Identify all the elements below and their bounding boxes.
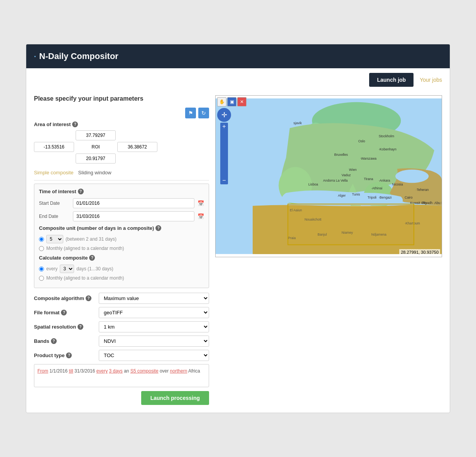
svg-text:Tripoli: Tripoli (368, 196, 376, 199)
param-label-4: Product type ? (34, 352, 96, 358)
svg-text:·Ankara: ·Ankara (379, 179, 390, 182)
composite-unit-monthly-row: Monthly (aligned to a calendar month) (39, 246, 204, 251)
your-jobs-link[interactable]: Your jobs (420, 77, 442, 83)
map-coordinates: 28.27991, 30.93750 (399, 249, 440, 255)
refresh-button[interactable]: ↻ (198, 108, 209, 118)
summary-every-link[interactable]: every (96, 368, 108, 374)
svg-text:·Kobenhayn: ·Kobenhayn (379, 147, 397, 151)
start-date-calendar-icon[interactable]: 📅 (197, 200, 204, 206)
start-date-row: Start Date 📅 (39, 198, 204, 208)
param-info-icon-4[interactable]: ? (66, 352, 72, 358)
param-row-1: File format ?geoTIFFNetCDF (34, 307, 209, 318)
param-info-icon-1[interactable]: ? (61, 310, 67, 315)
zoom-track (220, 130, 228, 177)
app-title: N-Daily Compositor (39, 51, 118, 61)
svg-text:Vaduz: Vaduz (342, 173, 351, 177)
svg-text:·Athinai: ·Athinai (371, 186, 382, 190)
map-container[interactable]: ✋ ▣ ✕ ✛ + − (215, 95, 442, 257)
zoom-out-button[interactable]: − (220, 177, 228, 184)
map-clear-tool[interactable]: ✕ (237, 97, 246, 106)
svg-text:Tirana: Tirana (364, 177, 373, 181)
composite-tabs: Simple composite Sliding window (34, 168, 209, 177)
svg-text:Stockholm: Stockholm (379, 134, 394, 138)
time-of-interest-title: Time of interest ? (39, 189, 204, 194)
param-select-3[interactable]: NDVIEVINDWI (99, 336, 209, 347)
map-svg: Stockholm Oslo ·Kobenhayn ·Warszawa Brux… (216, 96, 442, 257)
time-of-interest-section: Time of interest ? Start Date 📅 End Date… (34, 184, 209, 288)
param-select-0[interactable]: Maximum valueMinimum valueMean value (99, 293, 209, 304)
section-title: Please specify your input parameters (34, 95, 209, 102)
svg-text:sjavik: sjavik (294, 121, 302, 125)
mini-toolbar: ⚑ ↻ (34, 108, 209, 118)
south-coord-input[interactable] (76, 153, 116, 164)
svg-rect-36 (288, 204, 414, 245)
west-coord-input[interactable] (34, 142, 74, 152)
composite-unit-monthly-radio[interactable] (39, 246, 44, 251)
map-zoom-controls: ✛ + − (217, 108, 231, 184)
map-select-tool[interactable]: ▣ (227, 97, 236, 106)
param-select-2[interactable]: 1 km300 m100 m (99, 321, 209, 332)
param-label-3: Bands ? (34, 338, 96, 344)
tab-sliding-window[interactable]: Sliding window (78, 168, 111, 177)
param-info-icon-0[interactable]: ? (86, 295, 91, 301)
svg-text:Bruxelles: Bruxelles (334, 153, 348, 157)
end-date-calendar-icon[interactable]: 📅 (197, 213, 204, 219)
composite-unit-info-icon[interactable]: ? (155, 225, 161, 231)
calculate-composite-monthly-label: Monthly (aligned to a calendar month) (46, 275, 124, 281)
launch-processing-button[interactable]: Launch processing (141, 391, 209, 405)
east-coord-input[interactable] (117, 142, 157, 152)
param-row-0: Composite algorithm ?Maximum valueMinimu… (34, 293, 209, 304)
every-label: every (46, 266, 57, 272)
calculate-composite-monthly-row: Monthly (aligned to a calendar month) (39, 275, 204, 281)
param-info-icon-3[interactable]: ? (51, 338, 57, 344)
svg-text:Alger: Alger (338, 194, 346, 197)
summary-3days-link[interactable]: 3 days (109, 368, 122, 374)
summary-s5-link[interactable]: S5 composite (130, 368, 159, 374)
calculate-composite-days-radio[interactable] (39, 266, 44, 272)
param-select-4[interactable]: TOCTOA (99, 350, 209, 361)
calculate-composite-days-row: every 3 1 5 7 days (1...30 days) (39, 265, 204, 273)
compass-control[interactable]: ✛ (217, 108, 231, 122)
param-label-2: Spatial resolution ? (34, 324, 96, 330)
end-date-input[interactable] (73, 211, 194, 221)
zoom-in-button[interactable]: + (220, 123, 228, 130)
param-row-4: Product type ?TOCTOA (34, 350, 209, 361)
calculate-composite-info-icon[interactable]: ? (89, 255, 95, 261)
area-of-interest-label: Area of interest ? (34, 121, 209, 127)
left-panel: Please specify your input parameters ⚑ ↻… (34, 95, 215, 405)
area-info-icon[interactable]: ? (72, 121, 78, 127)
composite-unit-days-row: 5 2 10 (between 2 and 31 days) (39, 235, 204, 243)
param-info-icon-2[interactable]: ? (78, 324, 83, 330)
tab-simple-composite[interactable]: Simple composite (34, 168, 74, 177)
summary-northern-link[interactable]: northern (170, 368, 187, 374)
coord-grid: ROI (34, 130, 157, 164)
calculate-composite-monthly-radio[interactable] (39, 276, 44, 281)
svg-point-6 (395, 170, 429, 183)
main-content: Please specify your input parameters ⚑ ↻… (26, 91, 450, 413)
param-select-1[interactable]: geoTIFFNetCDF (99, 307, 209, 318)
header-dot: · (34, 52, 36, 61)
svg-text:Cairo: Cairo (405, 196, 413, 199)
param-label-1: File format ? (34, 310, 96, 315)
calculate-composite-days-select[interactable]: 3 1 5 7 (60, 265, 74, 273)
map-toolbar: ✋ ▣ ✕ (217, 97, 246, 106)
summary-till-link[interactable]: till (69, 368, 73, 374)
svg-text:Wien: Wien (349, 168, 357, 172)
launch-job-button[interactable]: Launch job (369, 73, 414, 87)
composite-unit-days-radio[interactable] (39, 237, 44, 242)
calculate-composite-days-desc: days (1...30 days) (76, 266, 113, 272)
north-coord-input[interactable] (76, 130, 116, 140)
summary-from-link[interactable]: From (37, 368, 48, 374)
bookmark-button[interactable]: ⚑ (185, 108, 196, 118)
right-panel: ✋ ▣ ✕ ✛ + − (215, 95, 442, 405)
param-row-3: Bands ?NDVIEVINDWI (34, 336, 209, 347)
param-label-0: Composite algorithm ? (34, 295, 96, 301)
param-row-2: Spatial resolution ?1 km300 m100 m (34, 321, 209, 332)
composite-unit-days-select[interactable]: 5 2 10 (46, 235, 63, 243)
app-header: · N-Daily Compositor (26, 44, 450, 68)
composite-unit-title: Composite unit (number of days in a comp… (39, 225, 204, 231)
start-date-input[interactable] (73, 198, 194, 208)
time-info-icon[interactable]: ? (78, 189, 84, 194)
svg-text:Andorra La Vella: Andorra La Vella (323, 179, 348, 182)
map-pan-tool[interactable]: ✋ (217, 97, 226, 106)
